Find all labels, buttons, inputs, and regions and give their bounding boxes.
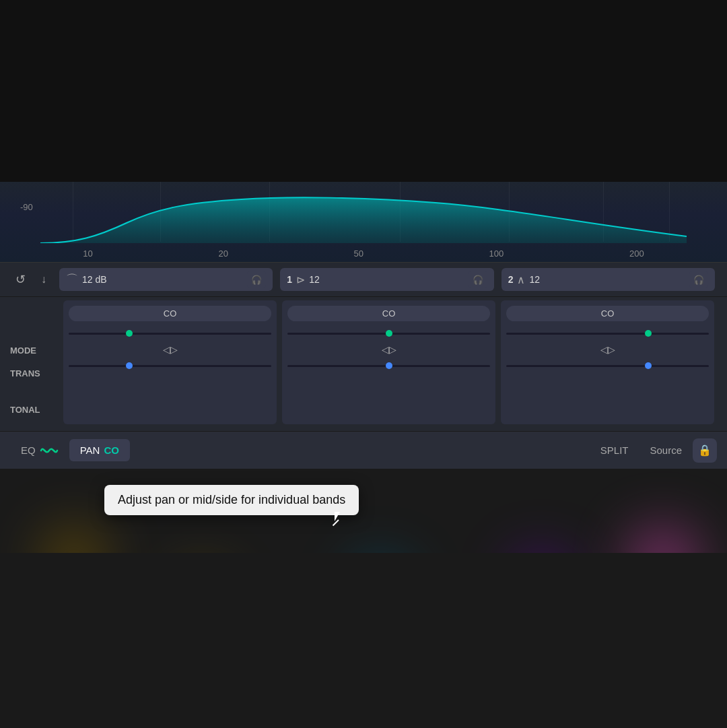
lock-icon: 🔒 (698, 444, 712, 457)
band-lp-panel: CO ◁▷ (63, 300, 277, 424)
band1-tonal-row (287, 359, 490, 372)
band2-trans-thumb[interactable] (645, 330, 652, 337)
band-lp-tonal-thumb[interactable] (126, 362, 133, 369)
lp-headphone-button[interactable]: 🎧 (247, 271, 266, 288)
band1-filter[interactable]: 1 ⊳ 12 🎧 (280, 268, 493, 291)
lp-db-value: 12 dB (82, 274, 107, 285)
band-lp-tonal-slider[interactable] (69, 359, 271, 372)
band1-trans-slider[interactable] (287, 327, 490, 340)
labels-column: MODE TRANS TONAL (10, 300, 61, 424)
band2-number: 2 (508, 274, 514, 285)
lock-button[interactable]: 🔒 (693, 438, 717, 463)
trans-row-label: TRANS (10, 362, 61, 385)
band-lp-tonal-track (69, 365, 271, 367)
band1-trans-thumb[interactable] (386, 330, 392, 337)
band-lp-pan-arrows: ◁▷ (69, 344, 271, 355)
band-lp-tonal-row (69, 359, 271, 372)
band1-headphone-button[interactable]: 🎧 (469, 271, 487, 288)
band2-mode-dropdown[interactable]: CO (506, 306, 709, 321)
freq-20: 20 (218, 249, 228, 259)
band2-panel: CO ◁▷ (501, 300, 714, 424)
band2-mode-row: CO (506, 306, 709, 321)
band-lp-trans-track (69, 333, 271, 335)
eq-label: EQ (21, 444, 36, 456)
band2-tonal-slider[interactable] (506, 359, 709, 372)
freq-50: 50 (354, 249, 364, 259)
band1-mode-dropdown[interactable]: CO (287, 306, 490, 321)
band-lp-trans-slider[interactable] (69, 327, 271, 340)
band-lp-mode-row: CO (69, 306, 271, 321)
freq-100: 100 (489, 249, 504, 259)
band2-trans-track (506, 333, 709, 335)
band2-filter[interactable]: 2 ∧ 12 🎧 (501, 268, 715, 291)
tooltip-text: Adjust pan or mid/side for individual ba… (118, 493, 345, 506)
band1-db-value: 12 (309, 274, 320, 285)
band2-tonal-thumb[interactable] (645, 362, 652, 369)
freq-10: 10 (83, 249, 92, 259)
band2-shape-icon: ∧ (517, 273, 525, 286)
source-label: Source (650, 444, 682, 456)
band2-tonal-track (506, 365, 709, 367)
toolbar: EQ PAN CO SPLIT Source 🔒 (0, 431, 727, 469)
band1-shape-icon: ⊳ (296, 273, 305, 286)
band-lp-trans-thumb[interactable] (126, 330, 133, 337)
band1-mode-row: CO (287, 306, 490, 321)
band1-panel: CO ◁▷ (282, 300, 495, 424)
band2-trans-slider[interactable] (506, 327, 709, 340)
mode-row-label: MODE (10, 339, 61, 362)
band1-number: 1 (287, 274, 292, 285)
band2-headphone-button[interactable]: 🎧 (689, 271, 708, 288)
bottom-background (0, 553, 727, 728)
band2-trans-row (506, 327, 709, 340)
split-label: SPLIT (600, 444, 629, 456)
source-button[interactable]: Source (639, 439, 693, 461)
spectrum-curve (40, 189, 687, 243)
band2-pan-arrows: ◁▷ (506, 344, 709, 355)
lp-shape-icon: ⌒ (66, 271, 78, 288)
plugin-panel: -90 10 20 50 100 200 ↺ ↓ ⌒ 12 dB 🎧 1 ⊳ 1… (0, 182, 727, 469)
down-arrow-button[interactable]: ↓ (34, 273, 54, 286)
bands-area: MODE TRANS TONAL CO ◁ (0, 297, 727, 431)
eq-wave-icon (40, 443, 59, 457)
pan-co-icon: CO (104, 444, 119, 456)
band-panels: CO ◁▷ (61, 297, 717, 428)
band-lp-filter[interactable]: ⌒ 12 dB 🎧 (59, 268, 273, 291)
tooltip: Adjust pan or mid/side for individual ba… (104, 485, 359, 515)
freq-200: 200 (629, 249, 644, 259)
band2-db-value: 12 (529, 274, 540, 285)
tonal-row-label: TONAL (10, 398, 61, 421)
band1-trans-row (287, 327, 490, 340)
db-label: -90 (20, 202, 33, 212)
crossover-controls-row: ↺ ↓ ⌒ 12 dB 🎧 1 ⊳ 12 🎧 2 ∧ 12 🎧 (0, 263, 727, 297)
pan-button[interactable]: PAN CO (69, 439, 130, 461)
band-lp-mode-dropdown[interactable]: CO (69, 306, 271, 321)
band2-tonal-row (506, 359, 709, 372)
spectrum-display: -90 10 20 50 100 200 (0, 182, 727, 263)
eq-button[interactable]: EQ (10, 438, 69, 463)
band1-tonal-thumb[interactable] (386, 362, 392, 369)
split-button[interactable]: SPLIT (590, 439, 639, 461)
undo-button[interactable]: ↺ (10, 272, 30, 287)
freq-label-row: 10 20 50 100 200 (0, 249, 727, 259)
band1-tonal-slider[interactable] (287, 359, 490, 372)
band1-pan-arrows: ◁▷ (287, 344, 490, 355)
pan-label: PAN (80, 444, 100, 456)
band-lp-trans-row (69, 327, 271, 340)
top-background (0, 0, 727, 182)
